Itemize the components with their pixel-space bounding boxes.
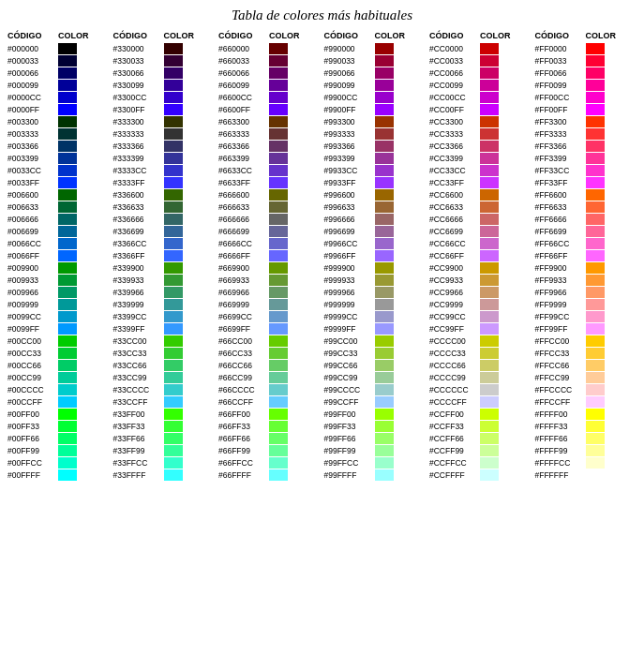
color-row: #66CC99: [218, 371, 321, 383]
color-swatch: [269, 214, 288, 225]
color-swatch: [164, 177, 183, 188]
color-swatch: [375, 421, 394, 432]
color-row: #0000FF: [7, 103, 110, 115]
color-code: #66FF00: [218, 409, 267, 419]
color-row: #CC3300: [429, 115, 532, 127]
color-row: #003399: [7, 152, 110, 164]
color-code: #33CC00: [113, 336, 162, 346]
color-swatch: [58, 201, 77, 213]
color-swatch: [164, 372, 183, 383]
color-row: #000066: [7, 67, 110, 79]
color-code: #006600: [7, 190, 56, 200]
color-row: #99CC00: [324, 335, 427, 347]
color-row: #FF9966: [535, 286, 637, 298]
color-row: #33FFCC: [113, 456, 216, 469]
color-swatch: [269, 116, 288, 127]
color-code: #009999: [7, 300, 56, 309]
color-swatch: [375, 226, 394, 237]
color-row: #00CCFF: [7, 395, 110, 408]
color-code: #009900: [7, 263, 56, 273]
color-code: #FFFFFF: [535, 470, 584, 480]
color-code: #33FF99: [113, 446, 162, 455]
color-swatch: [480, 348, 499, 359]
color-swatch: [480, 396, 499, 408]
color-row: #003300: [7, 115, 110, 127]
color-row: #FFCCFF: [535, 395, 637, 408]
color-code: #003300: [7, 117, 56, 127]
color-code: #66FFCC: [218, 458, 267, 468]
color-swatch: [269, 92, 288, 103]
color-code: #663399: [218, 154, 267, 163]
color-row: #FF33CC: [535, 164, 637, 176]
color-code: #336699: [113, 227, 162, 236]
color-swatch: [164, 116, 183, 127]
color-swatch: [586, 128, 605, 140]
color-row: #FF99FF: [535, 322, 637, 335]
code-header: CÓDIGO: [7, 31, 56, 40]
color-row: #330099: [113, 79, 216, 91]
color-swatch: [586, 116, 605, 127]
color-code: #330033: [113, 56, 162, 66]
color-row: #999999: [324, 298, 427, 310]
color-code: #000000: [7, 44, 56, 53]
color-code: #9966CC: [324, 239, 373, 248]
color-row: #00FF33: [7, 420, 110, 432]
color-row: #FF3399: [535, 152, 637, 164]
color-code: #339999: [113, 300, 162, 309]
color-swatch: [375, 372, 394, 383]
color-swatch: [480, 262, 499, 274]
color-row: #333300: [113, 115, 216, 127]
color-row: #0099CC: [7, 310, 110, 322]
column-header-2: CÓDIGOCOLOR: [218, 31, 321, 40]
color-swatch: [375, 384, 394, 395]
color-row: #660000: [218, 42, 321, 54]
color-swatch: [586, 67, 605, 79]
color-code: #00FF99: [7, 446, 56, 455]
color-column-3: CÓDIGOCOLOR#990000#990033#990066#990099#…: [324, 31, 427, 481]
color-swatch: [269, 409, 288, 420]
color-row: #006600: [7, 188, 110, 201]
color-code: #FF9933: [535, 275, 584, 285]
color-row: #CC99CC: [429, 310, 532, 322]
color-code: #CCCC66: [429, 361, 478, 370]
color-swatch: [164, 165, 183, 176]
color-code: #0033FF: [7, 178, 56, 187]
color-code: #993399: [324, 154, 373, 163]
color-swatch: [269, 287, 288, 298]
color-row: #CCCCFF: [429, 395, 532, 408]
color-code: #99CC66: [324, 361, 373, 370]
color-row: #CC66CC: [429, 237, 532, 249]
color-row: #99FF66: [324, 432, 427, 444]
color-row: #00CC00: [7, 335, 110, 347]
color-swatch: [164, 311, 183, 322]
color-code: #FFFF33: [535, 422, 584, 431]
color-code: #FF3333: [535, 129, 584, 139]
color-row: #9933CC: [324, 164, 427, 176]
color-row: #3300CC: [113, 91, 216, 103]
color-code: #FFCCFF: [535, 397, 584, 407]
color-swatch: [58, 165, 77, 176]
color-code: #339933: [113, 275, 162, 285]
color-swatch: [586, 80, 605, 91]
color-row: #99FF33: [324, 420, 427, 432]
color-code: #996600: [324, 190, 373, 200]
color-row: #CCFFFF: [429, 469, 532, 481]
color-swatch: [375, 141, 394, 152]
color-code: #33FF66: [113, 434, 162, 443]
color-swatch: [375, 445, 394, 456]
color-row: #99FFFF: [324, 469, 427, 481]
color-code: #CC0033: [429, 56, 478, 66]
color-row: #999900: [324, 261, 427, 274]
color-code: #FF3366: [535, 141, 584, 151]
color-row: #0066FF: [7, 249, 110, 261]
color-row: #CC9933: [429, 274, 532, 286]
color-code: #996633: [324, 202, 373, 212]
color-row: #336699: [113, 225, 216, 237]
color-code: #CC0099: [429, 81, 478, 90]
color-swatch: [269, 238, 288, 249]
color-row: #33CC66: [113, 359, 216, 371]
color-swatch: [480, 67, 499, 79]
color-row: #FFFF33: [535, 420, 637, 432]
color-row: #99FFCC: [324, 456, 427, 469]
color-swatch: [375, 201, 394, 213]
